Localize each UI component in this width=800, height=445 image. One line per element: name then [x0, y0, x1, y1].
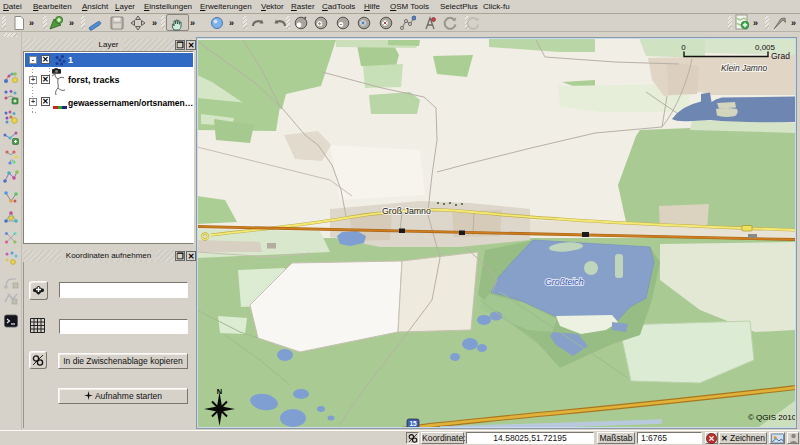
- svg-text:Klein Jamno: Klein Jamno: [721, 63, 767, 73]
- svg-text:Großteich: Großteich: [545, 277, 584, 287]
- svg-text:15: 15: [409, 420, 417, 427]
- svg-text:© QGIS 2010: © QGIS 2010: [748, 413, 796, 422]
- svg-text:Grad: Grad: [771, 51, 790, 61]
- svg-text:Groß Jamno: Groß Jamno: [382, 206, 431, 216]
- svg-text:0: 0: [681, 43, 686, 52]
- svg-text:N: N: [217, 387, 222, 396]
